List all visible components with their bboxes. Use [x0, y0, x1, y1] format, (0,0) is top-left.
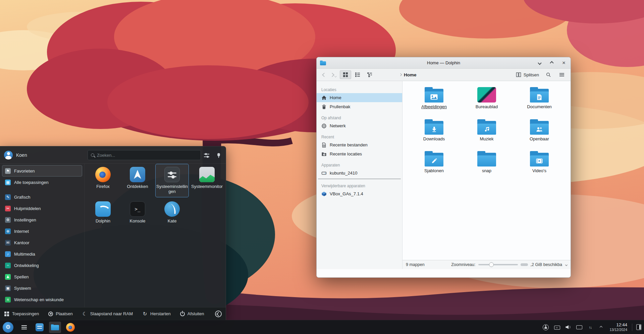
app-tile-systeeminstellingen[interactable]: Systeeminstellingen	[155, 164, 189, 197]
app-tile-konsole[interactable]: >_ Konsole	[121, 198, 154, 232]
items-count: 9 mappen	[406, 262, 425, 267]
folder-image-icon	[425, 87, 443, 103]
free-space-chevron-icon[interactable]	[566, 262, 567, 267]
places-icon	[48, 312, 53, 316]
places-panel: Locaties Home Prullenbak Op afstand Netw…	[317, 81, 402, 269]
close-button[interactable]: ×	[560, 60, 567, 66]
place-item-recente-bestanden[interactable]: Recente bestanden	[317, 140, 402, 149]
window-title: Home — Dolphin	[317, 60, 571, 65]
sidebar-item-alle-toepassingen[interactable]: Alle toepassingen	[2, 177, 82, 188]
tree-view-button[interactable]	[364, 70, 375, 79]
applications-tab[interactable]: Toepassingen	[4, 311, 39, 317]
pin-icon[interactable]	[215, 151, 223, 159]
sidebar-item-spellen[interactable]: Spellen	[2, 271, 82, 282]
folder-tile-muziek[interactable]: Muziek	[463, 119, 510, 141]
back-icon	[322, 73, 326, 77]
multimedia-icon	[5, 251, 11, 257]
app-launcher-button[interactable]: ⚙	[3, 322, 13, 333]
task-icon-tasklist[interactable]	[18, 322, 30, 333]
place-item-home[interactable]: Home	[317, 93, 402, 102]
menu-button[interactable]	[558, 71, 566, 79]
task-icon-settings-app[interactable]	[34, 322, 46, 333]
drive-icon	[321, 171, 327, 176]
zoom-label: Zoomniveau:	[451, 262, 475, 267]
accessibility-icon[interactable]	[543, 324, 549, 330]
sidebar-item-internet[interactable]: Internet	[2, 225, 82, 237]
sidebar-item-multimedia[interactable]: Multimedia	[2, 248, 82, 260]
clock-date: 13/12/2024	[609, 328, 627, 332]
sidebar-item-ontwikkeling[interactable]: Ontwikkeling	[2, 260, 82, 271]
show-desktop-button[interactable]	[636, 324, 641, 330]
sidebar-item-hulpmiddelen[interactable]: Hulpmiddelen	[2, 203, 82, 214]
split-button[interactable]: Splitsen	[516, 72, 539, 77]
optical-disc-icon	[321, 191, 327, 197]
folder-tile-bureaublad[interactable]: Bureaublad	[463, 87, 510, 109]
folder-tile-afbeeldingen[interactable]: Afbeeldingen	[411, 87, 458, 109]
app-tile-ontdekken[interactable]: Ontdekken	[121, 164, 154, 197]
details-view-button[interactable]	[352, 70, 363, 79]
sidebar-item-instellingen[interactable]: Instellingen	[2, 214, 82, 225]
breadcrumb[interactable]: Home	[399, 72, 417, 77]
zoom-slider-handle[interactable]	[489, 262, 494, 267]
place-item-prullenbak[interactable]: Prullenbak	[317, 102, 402, 111]
icons-view-button[interactable]	[340, 70, 351, 79]
leave-icon[interactable]	[215, 311, 222, 317]
folder-tile-sjablonen[interactable]: Sjablonen	[411, 151, 458, 173]
development-icon	[5, 263, 11, 268]
user-name: Koen	[16, 152, 27, 158]
folder-tile-videos[interactable]: Video's	[516, 151, 563, 173]
sleep-button[interactable]: ☾Slaapstand naar RAM	[82, 311, 133, 317]
minimize-button[interactable]	[536, 60, 543, 66]
folder-public-icon	[530, 119, 549, 135]
folder-tile-snap[interactable]: snap	[463, 151, 510, 173]
sidebar-item-kantoor[interactable]: Kantoor	[2, 237, 82, 248]
folder-tile-openbaar[interactable]: Openbaar	[516, 119, 563, 141]
minimize-icon	[538, 61, 541, 65]
configure-icon[interactable]	[203, 151, 211, 159]
window-titlebar[interactable]: Home — Dolphin ×	[317, 57, 571, 69]
network-icon[interactable]: ↑↓	[587, 324, 593, 330]
breadcrumb-home[interactable]: Home	[404, 72, 417, 77]
app-tile-systeemmonitor[interactable]: Systeemmonitor	[190, 164, 224, 197]
tray-expander-chevron-icon[interactable]	[598, 324, 604, 330]
search-field[interactable]	[88, 150, 201, 160]
search-icon	[546, 72, 551, 77]
shutdown-button[interactable]: Afsluiten	[180, 311, 204, 316]
task-icon-dolphin[interactable]	[49, 322, 61, 333]
search-input[interactable]	[97, 153, 198, 158]
history-dropdown-icon[interactable]	[335, 73, 336, 78]
display-icon[interactable]	[576, 324, 582, 330]
sidebar-item-systeem[interactable]: Systeem	[2, 282, 82, 294]
app-tile-firefox[interactable]: Firefox	[86, 164, 120, 197]
place-item-netwerk[interactable]: Netwerk	[317, 121, 402, 130]
folder-view[interactable]: Afbeeldingen Bureaublad Documenten Downl…	[402, 81, 571, 260]
science-icon	[5, 297, 11, 303]
favorites-icon	[5, 168, 11, 174]
app-tile-kate[interactable]: Kate	[155, 198, 189, 232]
place-item-kubuntu-2410[interactable]: kubuntu_2410	[317, 169, 402, 178]
device-capacity-bar	[318, 179, 401, 179]
task-icon-firefox[interactable]	[64, 322, 76, 333]
search-button[interactable]	[544, 71, 552, 79]
place-item-vbox-gas[interactable]: VBox_GAs_7.1.4	[317, 189, 402, 198]
app-tile-dolphin[interactable]: Dolphin	[86, 198, 120, 232]
system-tray: ↑↓	[543, 324, 604, 330]
place-item-recente-locaties[interactable]: Recente locaties	[317, 149, 402, 158]
places-tab[interactable]: Plaatsen	[48, 311, 73, 316]
back-button[interactable]	[320, 71, 328, 79]
sidebar-item-favorieten[interactable]: Favorieten	[2, 165, 82, 177]
volume-icon[interactable]	[565, 324, 571, 330]
sidebar-item-wetenschap[interactable]: Wetenschap en wiskunde	[2, 294, 82, 305]
zoom-slider[interactable]	[478, 264, 518, 265]
maximize-button[interactable]	[548, 60, 555, 66]
sidebar-item-grafisch[interactable]: Grafisch	[2, 191, 82, 203]
places-header-verwijderbaar: Verwijderbare apparaten	[317, 181, 402, 189]
user-avatar[interactable]	[4, 151, 13, 159]
folder-tile-downloads[interactable]: Downloads	[411, 119, 458, 141]
list-icon	[21, 325, 27, 329]
digital-clock[interactable]: 12:44 13/12/2024	[609, 322, 627, 332]
restart-button[interactable]: ↻Herstarten	[142, 311, 171, 317]
folder-tile-documenten[interactable]: Documenten	[516, 87, 563, 109]
keyboard-layout-icon[interactable]	[554, 324, 560, 330]
blue-app-icon	[36, 323, 44, 331]
